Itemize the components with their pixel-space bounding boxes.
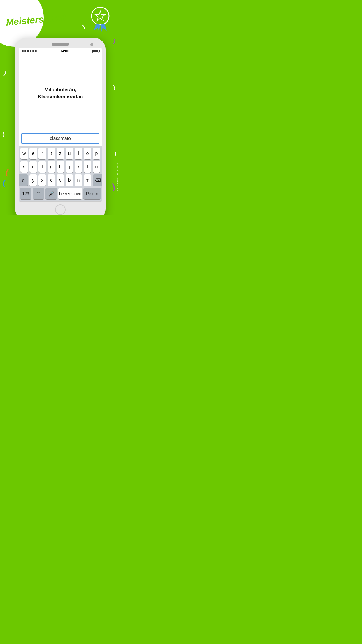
answer-input[interactable]	[21, 133, 99, 144]
key-k[interactable]: k	[75, 161, 82, 173]
key-emoji[interactable]: ☺	[33, 188, 44, 200]
keyboard-row-2: a s d f g h j k l ö ä	[20, 161, 101, 173]
key-y[interactable]: y	[29, 174, 37, 186]
input-area	[19, 130, 102, 146]
svg-point-0	[92, 7, 109, 25]
key-c[interactable]: c	[48, 174, 55, 186]
key-o[interactable]: o	[84, 148, 91, 159]
key-g[interactable]: g	[48, 161, 55, 173]
keyboard-row-4: 123 ☺ 🎤 Leerzeichen Return	[20, 188, 101, 200]
phone-container: 14:00 Mitschüler/in, Klassenkamerad/in	[15, 38, 106, 215]
key-delete[interactable]: ⌫	[93, 174, 102, 186]
key-m[interactable]: m	[84, 174, 91, 186]
credit-text: Bild: shutterstock/Can Yesil	[116, 163, 119, 192]
key-h[interactable]: h	[57, 161, 64, 173]
signal-dots	[22, 50, 37, 52]
key-r[interactable]: r	[38, 148, 46, 159]
key-j[interactable]: j	[66, 161, 73, 173]
key-f[interactable]: f	[38, 161, 46, 173]
battery-icon	[92, 50, 99, 53]
svg-marker-1	[95, 11, 105, 21]
signal-dot	[35, 50, 37, 52]
key-u[interactable]: u	[66, 148, 73, 159]
key-p[interactable]: p	[93, 148, 100, 159]
key-v[interactable]: v	[57, 174, 64, 186]
award-badge	[89, 6, 112, 29]
key-numbers[interactable]: 123	[20, 188, 31, 200]
phone: 14:00 Mitschüler/in, Klassenkamerad/in	[15, 38, 106, 215]
signal-dot	[22, 50, 24, 52]
signal-dot	[32, 50, 34, 52]
phone-screen: 14:00 Mitschüler/in, Klassenkamerad/in	[19, 48, 102, 202]
key-z[interactable]: z	[57, 148, 64, 159]
key-microphone[interactable]: 🎤	[45, 188, 57, 200]
key-d[interactable]: d	[29, 161, 37, 173]
key-a[interactable]: a	[19, 161, 19, 173]
signal-dot	[27, 50, 29, 52]
keyboard-row-3: ⇧ y x c v b n m ⌫	[20, 174, 101, 186]
translation-display: Mitschüler/in, Klassenkamerad/in	[25, 86, 96, 100]
key-n[interactable]: n	[75, 174, 82, 186]
key-x[interactable]: x	[38, 174, 46, 186]
phone-speaker	[52, 43, 69, 46]
key-e[interactable]: e	[29, 148, 37, 159]
key-space[interactable]: Leerzeichen	[58, 188, 82, 200]
signal-dot	[24, 50, 26, 52]
phone-camera	[90, 43, 93, 46]
key-w[interactable]: w	[20, 148, 28, 159]
battery-indicator	[92, 50, 99, 53]
battery-fill	[93, 50, 98, 52]
home-button[interactable]	[55, 204, 66, 215]
key-t[interactable]: t	[48, 148, 55, 159]
signal-dot	[30, 50, 31, 52]
deco-left-mid: )	[3, 131, 5, 137]
status-time: 14:00	[60, 49, 68, 53]
key-q[interactable]: q	[19, 148, 19, 159]
status-bar: 14:00	[19, 48, 102, 54]
key-ae[interactable]: ä	[102, 161, 102, 173]
key-l[interactable]: l	[84, 161, 91, 173]
key-i[interactable]: i	[75, 148, 82, 159]
key-shift[interactable]: ⇧	[19, 174, 28, 186]
keyboard: q w e r t z u i o p ü a s d f	[19, 146, 102, 201]
phone-bottom	[19, 202, 102, 215]
deco-right-squiggle: )	[115, 151, 116, 156]
keyboard-row-1: q w e r t z u i o p ü	[20, 148, 101, 159]
key-ue[interactable]: ü	[102, 148, 102, 159]
key-b[interactable]: b	[66, 174, 73, 186]
app-content: Mitschüler/in, Klassenkamerad/in	[19, 54, 102, 130]
key-return[interactable]: Return	[83, 188, 101, 200]
key-s[interactable]: s	[20, 161, 28, 173]
phone-top	[19, 41, 102, 48]
key-oe[interactable]: ö	[93, 161, 100, 173]
